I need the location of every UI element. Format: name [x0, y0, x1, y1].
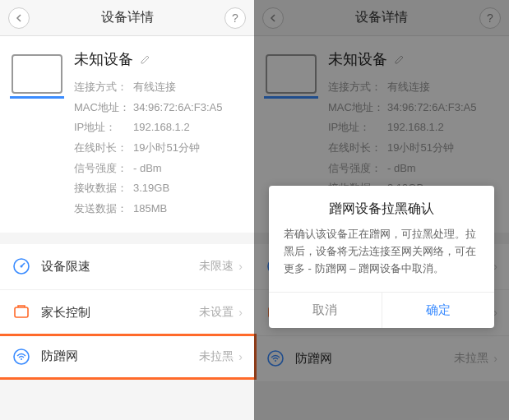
back-button[interactable] — [8, 7, 30, 29]
parent-icon — [12, 302, 31, 322]
info-row: IP地址：192.168.1.2 — [74, 118, 243, 138]
chevron-right-icon: › — [238, 306, 243, 319]
cancel-button[interactable]: 取消 — [269, 293, 382, 328]
list-item-value: 未限速 — [199, 259, 234, 274]
edit-icon[interactable] — [140, 53, 151, 65]
settings-list: 设备限速 未限速 › 家长控制 未设置 › 防蹭网 未拉黑 › — [0, 244, 254, 380]
page-title: 设备详情 — [101, 9, 154, 26]
info-row: 发送数据：185MB — [74, 199, 243, 219]
device-name: 未知设备 — [74, 49, 133, 69]
info-row: MAC地址：34:96:72:6A:F3:A5 — [74, 98, 243, 118]
list-item-label: 家长控制 — [41, 305, 199, 321]
screen-left: 设备详情 ? 未知设备 连接方式：有线连接 MAC地址：34:96:72:6A:… — [0, 0, 254, 420]
list-item-value: 未设置 — [199, 305, 234, 320]
info-row: 在线时长：19小时51分钟 — [74, 138, 243, 159]
list-item-parental-control[interactable]: 家长控制 未设置 › — [0, 290, 254, 336]
dialog-actions: 取消 确定 — [269, 292, 494, 328]
device-info: 未知设备 连接方式：有线连接 MAC地址：34:96:72:6A:F3:A5 I… — [74, 49, 243, 219]
svg-point-1 — [21, 265, 23, 268]
info-row: 信号强度：- dBm — [74, 159, 243, 179]
ok-button[interactable]: 确定 — [382, 293, 495, 328]
svg-point-4 — [21, 358, 22, 360]
list-item-anti-wifi-squat[interactable]: 防蹭网 未拉黑 › — [0, 334, 257, 380]
laptop-icon — [12, 54, 62, 94]
shield-icon — [12, 347, 31, 367]
chevron-right-icon: › — [238, 260, 243, 273]
device-summary: 未知设备 连接方式：有线连接 MAC地址：34:96:72:6A:F3:A5 I… — [0, 36, 254, 233]
dialog-title: 蹭网设备拉黑确认 — [269, 186, 494, 226]
list-item-label: 设备限速 — [41, 259, 199, 275]
chevron-left-icon — [15, 14, 23, 22]
list-item-label: 防蹭网 — [41, 348, 199, 364]
confirm-dialog: 蹭网设备拉黑确认 若确认该设备正在蹭网，可拉黑处理。拉黑后，设备将无法连接至网关… — [269, 186, 494, 328]
screen-right: 设备详情 ? 未知设备 连接方式：有线连接 MAC地址：34:96:72:6A:… — [254, 0, 509, 420]
help-button[interactable]: ? — [224, 7, 246, 29]
speed-icon — [12, 256, 31, 276]
chevron-right-icon: › — [238, 350, 243, 363]
info-row: 接收数据：3.19GB — [74, 178, 243, 199]
list-item-value: 未拉黑 — [199, 349, 234, 364]
info-row: 连接方式：有线连接 — [74, 77, 243, 98]
dialog-body: 若确认该设备正在蹭网，可拉黑处理。拉黑后，设备将无法连接至网关网络，可在更多 -… — [269, 226, 494, 292]
question-icon: ? — [232, 12, 238, 25]
svg-rect-2 — [15, 307, 28, 317]
list-item-speed-limit[interactable]: 设备限速 未限速 › — [0, 244, 254, 290]
header: 设备详情 ? — [0, 0, 254, 36]
